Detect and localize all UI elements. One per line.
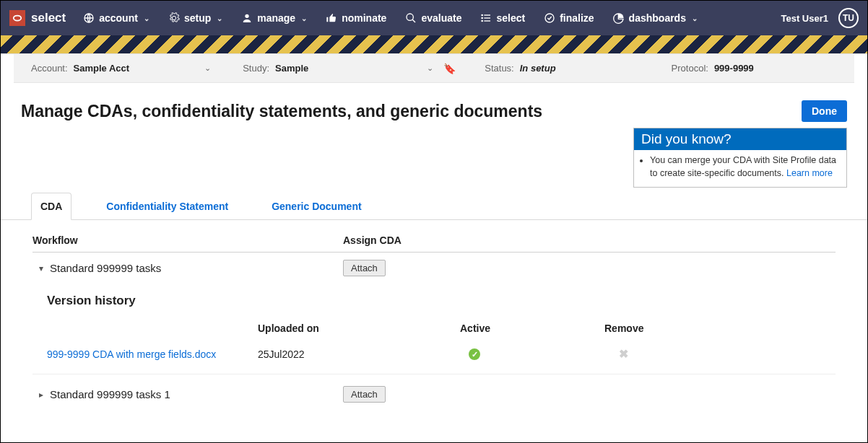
version-headers: Uploaded on Active Remove — [32, 315, 836, 340]
account-dropdown[interactable]: ⌄ — [201, 63, 214, 73]
nav-label: nominate — [342, 12, 386, 24]
brand-logo-icon — [9, 10, 25, 26]
user-name: Test User1 — [781, 13, 828, 24]
vh-uploaded: Uploaded on — [258, 323, 460, 334]
nav-items: account ⌄ setup ⌄ manage ⌄ nominate eval… — [83, 12, 781, 24]
page-title: Manage CDAs, confidentiality statements,… — [21, 102, 542, 121]
top-nav: select account ⌄ setup ⌄ manage ⌄ nomina… — [1, 1, 867, 35]
expand-toggle-icon[interactable]: ▸ — [32, 390, 50, 400]
svg-point-10 — [482, 20, 482, 21]
context-bar: Account: Sample Acct ⌄ Study: Sample ⌄ 🔖… — [14, 54, 854, 83]
chevron-down-icon: ⌄ — [301, 14, 307, 22]
nav-label: setup — [184, 12, 211, 24]
nav-evaluate[interactable]: evaluate — [405, 12, 461, 24]
nav-label: account — [99, 12, 138, 24]
protocol-label: Protocol: — [672, 63, 708, 74]
globe-icon — [83, 12, 95, 24]
workflow-headers: Workflow Assign CDA — [32, 234, 836, 253]
account-label: Account: — [31, 63, 68, 74]
version-file-link[interactable]: 999-9999 CDA with merge fields.docx — [47, 348, 216, 360]
bookmark-icon[interactable]: 🔖 — [443, 63, 456, 74]
chevron-down-icon: ⌄ — [217, 14, 222, 22]
dyk-body: You can merge your CDA with Site Profile… — [634, 150, 846, 187]
expand-toggle-icon[interactable]: ▾ — [32, 263, 50, 273]
search-icon — [405, 12, 417, 24]
list-icon — [480, 12, 492, 24]
pie-icon — [613, 12, 625, 24]
nav-account[interactable]: account ⌄ — [83, 12, 149, 24]
remove-icon[interactable]: ✖ — [619, 348, 628, 360]
nav-finalize[interactable]: finalize — [544, 12, 594, 24]
protocol-value: 999-9999 — [714, 63, 754, 74]
workflow-row: ▸ Standard 999999 tasks 1 Attach — [32, 374, 836, 410]
context-account: Account: Sample Acct — [31, 63, 129, 74]
attach-button[interactable]: Attach — [343, 260, 386, 276]
person-icon — [241, 12, 253, 24]
svg-point-9 — [482, 17, 482, 18]
gear-icon — [168, 12, 180, 24]
nav-dashboards[interactable]: dashboards ⌄ — [613, 12, 698, 24]
workflow-name: Standard 999999 tasks — [50, 262, 343, 274]
dyk-title: Did you know? — [634, 128, 846, 150]
context-study: Study: Sample — [243, 63, 308, 74]
workflow-name: Standard 999999 tasks 1 — [50, 388, 343, 400]
version-row: 999-9999 CDA with merge fields.docx 25Ju… — [32, 340, 836, 368]
nav-label: finalize — [560, 12, 594, 24]
status-label: Status: — [485, 63, 513, 74]
tab-cda[interactable]: CDA — [31, 193, 71, 220]
version-uploaded: 25Jul2022 — [258, 348, 460, 360]
nav-label: evaluate — [421, 12, 461, 24]
dyk-learn-more-link[interactable]: Learn more — [786, 168, 833, 178]
did-you-know-panel: Did you know? You can merge your CDA wit… — [633, 128, 847, 188]
workflow-col-assign: Assign CDA — [343, 234, 836, 246]
svg-point-3 — [407, 14, 413, 20]
nav-setup[interactable]: setup ⌄ — [168, 12, 222, 24]
nav-label: dashboards — [629, 12, 686, 24]
context-status: Status: In setup — [485, 63, 555, 74]
brand-text: select — [31, 11, 66, 25]
svg-point-8 — [482, 14, 482, 15]
account-value: Sample Acct — [74, 63, 130, 74]
nav-select[interactable]: select — [480, 12, 525, 24]
tab-bar: CDA Confidentiality Statement Generic Do… — [1, 193, 867, 220]
decorative-pattern — [1, 35, 867, 54]
done-button[interactable]: Done — [802, 100, 847, 122]
workflow-panel: Workflow Assign CDA ▾ Standard 999999 ta… — [1, 220, 867, 410]
study-dropdown[interactable]: ⌄ — [424, 63, 436, 73]
nav-label: select — [496, 12, 525, 24]
chevron-down-icon: ⌄ — [692, 14, 698, 22]
avatar[interactable]: TU — [838, 8, 859, 28]
workflow-col-workflow: Workflow — [32, 234, 343, 246]
check-circle-icon — [544, 12, 555, 24]
brand[interactable]: select — [9, 10, 66, 26]
thumb-icon — [326, 12, 337, 24]
nav-right: Test User1 TU — [781, 8, 859, 28]
svg-line-4 — [412, 19, 415, 22]
tab-confidentiality[interactable]: Confidentiality Statement — [97, 193, 237, 219]
dyk-wrap: Did you know? You can merge your CDA wit… — [1, 128, 867, 193]
vh-remove: Remove — [604, 323, 691, 334]
study-value: Sample — [275, 63, 308, 74]
context-protocol: Protocol: 999-9999 — [672, 63, 754, 74]
status-value: In setup — [520, 63, 556, 74]
page-header: Manage CDAs, confidentiality statements,… — [1, 83, 867, 128]
chevron-down-icon: ⌄ — [144, 14, 149, 22]
nav-nominate[interactable]: nominate — [326, 12, 386, 24]
attach-button[interactable]: Attach — [343, 386, 386, 403]
vh-active: Active — [460, 323, 604, 334]
svg-point-0 — [14, 16, 22, 21]
version-history-title: Version history — [32, 284, 836, 315]
study-label: Study: — [243, 63, 269, 74]
active-check-icon: ✓ — [469, 348, 480, 360]
svg-point-11 — [545, 14, 554, 22]
tab-generic-document[interactable]: Generic Document — [263, 193, 370, 219]
nav-manage[interactable]: manage ⌄ — [241, 12, 307, 24]
svg-point-2 — [246, 14, 249, 18]
workflow-row: ▾ Standard 999999 tasks Attach — [32, 253, 836, 284]
nav-label: manage — [257, 12, 295, 24]
